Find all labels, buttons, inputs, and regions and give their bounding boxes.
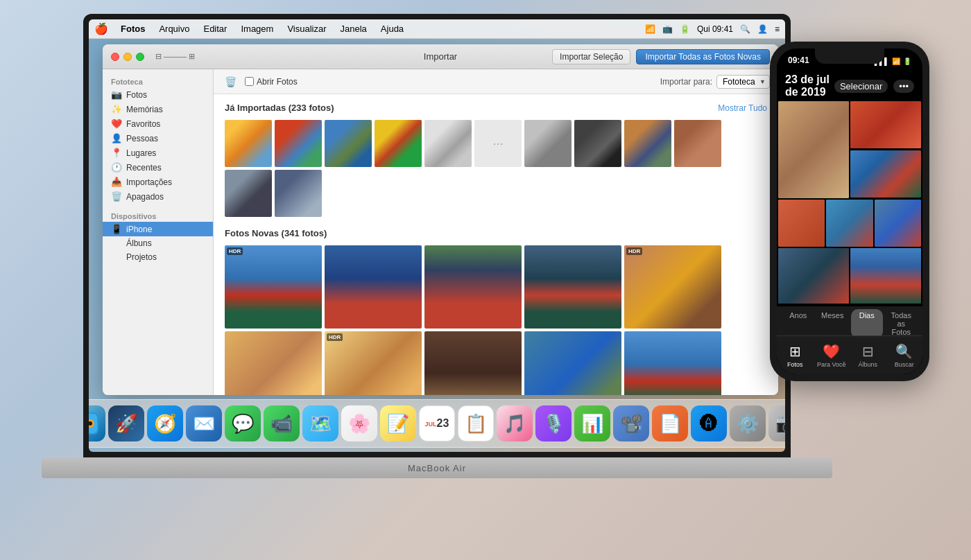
iphone-photo-7[interactable]	[850, 248, 921, 304]
search-icon[interactable]: 🔍	[740, 24, 750, 34]
close-button[interactable]	[111, 53, 119, 61]
iphone-screen: 09:41 ▌▌▌ 📶 🔋 23 de jul de 2019 Selecion…	[777, 49, 922, 374]
dock-calendar[interactable]: JUL 23	[419, 405, 455, 441]
dock-photos[interactable]: 🌸	[341, 405, 377, 441]
new-photo-2[interactable]	[325, 245, 422, 329]
hdr-badge-2: HDR	[626, 247, 642, 255]
iphone-more-btn[interactable]: •••	[893, 80, 914, 93]
menu-janela[interactable]: Janela	[339, 24, 368, 34]
new-photo-8[interactable]	[424, 331, 522, 395]
new-photo-6[interactable]	[225, 331, 322, 395]
menu-editar[interactable]: Editar	[202, 24, 228, 34]
iphone-tab-fotos[interactable]: ⊞ Fotos	[777, 339, 814, 372]
apple-menu-icon[interactable]: 🍎	[94, 22, 108, 35]
iphone-tab-buscar[interactable]: 🔍 Buscar	[886, 339, 923, 372]
sidebar-item-iphone[interactable]: 📱 iPhone	[103, 222, 213, 236]
sidebar-item-memorias[interactable]: ✨ Memórias	[103, 102, 213, 116]
iphone-photo-4[interactable]	[826, 200, 873, 247]
dock-notes[interactable]: 📝	[380, 405, 416, 441]
iphone-tab-para-voce[interactable]: ❤️ Para Você	[814, 339, 850, 372]
imported-photo-11[interactable]	[225, 170, 272, 217]
menu-imagem[interactable]: Imagem	[239, 24, 275, 34]
iphone-fotos-icon: ⊞	[789, 343, 801, 360]
sidebar-item-favoritos[interactable]: ❤️ Favoritos	[103, 116, 213, 131]
new-photo-4[interactable]	[524, 245, 621, 329]
new-photo-10[interactable]	[624, 331, 721, 395]
user-icon[interactable]: 👤	[757, 24, 768, 34]
dock-appstore[interactable]: 🅐	[691, 405, 727, 441]
iphone-photo-portrait[interactable]	[778, 101, 849, 198]
imported-photo-1[interactable]	[225, 120, 272, 167]
import-dest-wrapper: Fototeca	[716, 75, 770, 89]
dock-maps[interactable]: 🗺️	[302, 405, 338, 441]
import-dest-select[interactable]: Fototeca	[716, 75, 770, 89]
iphone-photo-2[interactable]	[850, 150, 921, 198]
menu-visualizar[interactable]: Visualizar	[286, 24, 327, 34]
dock-camera[interactable]: 📷	[768, 405, 785, 441]
dock-safari[interactable]: 🧭	[147, 405, 183, 441]
imported-photo-2[interactable]	[275, 120, 322, 167]
sidebar-item-apagados[interactable]: 🗑️ Apagados	[103, 189, 213, 204]
already-imported-header: Já Importadas (233 fotos) Mostrar Tudo	[225, 103, 767, 113]
new-photo-3[interactable]	[424, 245, 522, 329]
dock-mail[interactable]: ✉️	[186, 405, 222, 441]
menu-arquivo[interactable]: Arquivo	[157, 24, 191, 34]
sidebar-item-pessoas[interactable]: 👤 Pessoas	[103, 131, 213, 146]
dock-podcasts[interactable]: 🎙️	[535, 405, 572, 441]
imported-photo-8[interactable]	[574, 120, 621, 167]
dock-messages[interactable]: 💬	[225, 405, 261, 441]
imported-photo-3[interactable]	[325, 120, 372, 167]
import-all-button[interactable]: Importar Todas as Fotos Novas	[636, 49, 770, 64]
iphone: 09:41 ▌▌▌ 📶 🔋 23 de jul de 2019 Selecion…	[770, 42, 929, 381]
maximize-button[interactable]	[136, 53, 144, 61]
import-selection-button[interactable]: Importar Seleção	[552, 49, 630, 64]
sidebar-item-importacoes[interactable]: 📥 Importações	[103, 175, 213, 189]
iphone-tab-dias[interactable]: Dias	[851, 309, 883, 338]
dock-music[interactable]: 🎵	[497, 405, 533, 441]
dock-launchpad[interactable]: 🚀	[108, 405, 144, 441]
battery-icon: 🔋	[680, 24, 690, 34]
dock-finder[interactable]	[89, 405, 105, 441]
iphone-photo-1[interactable]	[850, 101, 921, 148]
iphone-tab-todas[interactable]: Todas as Fotos	[886, 309, 918, 338]
app-name-menu[interactable]: Fotos	[119, 24, 146, 34]
sidebar-item-albuns[interactable]: Álbuns	[103, 236, 213, 250]
menu-ajuda[interactable]: Ajuda	[379, 24, 405, 34]
sidebar-item-lugares[interactable]: 📍 Lugares	[103, 146, 213, 160]
iphone-tab-meses[interactable]: Meses	[817, 309, 849, 338]
new-photo-7[interactable]: HDR	[325, 331, 422, 395]
sidebar-item-projetos[interactable]: Projetos	[103, 250, 213, 264]
macbook-screen-bezel: 🍎 Fotos Arquivo Editar Imagem Visualizar…	[83, 14, 791, 457]
grid-size-control[interactable]: ⊟ ——— ⊞	[155, 52, 195, 61]
dock-reminders[interactable]: 📋	[458, 405, 494, 441]
dock-keynote[interactable]: 📽️	[613, 405, 649, 441]
imported-photo-12[interactable]	[275, 170, 322, 217]
open-photos-input[interactable]	[245, 77, 254, 86]
imported-photo-5[interactable]	[424, 120, 472, 167]
dock-facetime[interactable]: 📹	[264, 405, 300, 441]
list-icon[interactable]: ≡	[775, 24, 780, 34]
iphone-select-btn[interactable]: Selecionar	[834, 80, 888, 93]
show-all-link[interactable]: Mostrar Tudo	[718, 103, 767, 113]
delete-toolbar-icon[interactable]: 🗑️	[222, 75, 239, 89]
sidebar-item-recentes[interactable]: 🕐 Recentes	[103, 160, 213, 175]
dock-numbers[interactable]: 📊	[574, 405, 610, 441]
new-photo-1[interactable]: HDR	[225, 245, 322, 329]
imported-photo-7[interactable]	[524, 120, 572, 167]
iphone-photo-5[interactable]	[875, 200, 921, 247]
open-photos-checkbox[interactable]: Abrir Fotos	[245, 77, 298, 87]
dock-pages[interactable]: 📄	[652, 405, 688, 441]
new-photo-9[interactable]	[524, 331, 621, 395]
sidebar-label-apagados: Apagados	[126, 192, 164, 202]
sidebar-item-fotos[interactable]: 📷 Fotos	[103, 87, 213, 102]
iphone-photo-6[interactable]	[778, 248, 849, 304]
minimize-button[interactable]	[123, 53, 132, 61]
new-photo-5[interactable]: HDR	[624, 245, 721, 329]
iphone-tab-albuns[interactable]: ⊟ Álbuns	[850, 339, 886, 372]
imported-photo-9[interactable]	[624, 120, 671, 167]
iphone-tab-anos[interactable]: Anos	[782, 309, 814, 338]
imported-photo-4[interactable]	[375, 120, 422, 167]
iphone-photo-3[interactable]	[778, 200, 825, 247]
imported-photo-10[interactable]	[674, 120, 721, 167]
dock-settings[interactable]: ⚙️	[730, 405, 766, 441]
